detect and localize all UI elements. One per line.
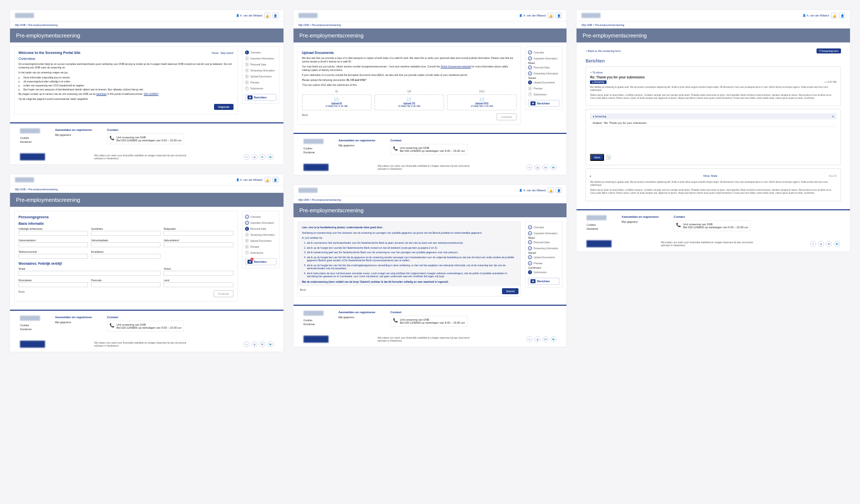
compose-textarea[interactable] xyxy=(590,127,836,152)
wizard-step[interactable]: 7Submission xyxy=(245,85,276,91)
mijn-gegevens-link[interactable]: Mijn gegevens xyxy=(338,316,376,319)
bell-icon[interactable]: 🔔 xyxy=(264,12,270,18)
bell-icon[interactable]: 🔔 xyxy=(548,187,554,193)
instagram-icon[interactable]: ◎ xyxy=(818,241,824,247)
wizard-step[interactable]: Important Information xyxy=(245,220,276,226)
wizard-step[interactable]: 7Submission xyxy=(528,91,560,97)
wizard-step[interactable]: 5Upload Documents xyxy=(245,238,276,244)
text-input[interactable] xyxy=(164,242,233,247)
text-input[interactable] xyxy=(18,271,160,276)
wizard-step[interactable]: 6Preview xyxy=(245,79,276,85)
rss-icon[interactable]: ∿ xyxy=(526,336,532,342)
breadcrumb[interactable]: Mijn DNB > Pre-employmentscreening xyxy=(294,196,567,203)
text-input[interactable] xyxy=(164,231,233,236)
text-input[interactable] xyxy=(91,242,160,247)
mijn-gegevens-link[interactable]: Mijn gegevens xyxy=(338,144,376,147)
footer-link[interactable]: Cookies xyxy=(304,147,324,150)
footer-link[interactable]: Disclaimer xyxy=(304,323,324,326)
text-input[interactable] xyxy=(18,231,88,236)
rss-icon[interactable]: ∿ xyxy=(244,154,250,160)
wizard-step[interactable]: 2Important Information xyxy=(245,55,276,61)
wizard-step[interactable]: Preview xyxy=(528,260,560,266)
phone-link[interactable]: 020-1234567 xyxy=(144,92,158,95)
wizard-step[interactable]: 6Preview xyxy=(528,85,560,91)
back-to-form-link[interactable]: Back to the screening form xyxy=(586,46,620,55)
text-input[interactable] xyxy=(18,282,88,287)
wizard-step[interactable]: 1Overview xyxy=(245,49,276,55)
text-input[interactable] xyxy=(164,282,233,287)
wizard-step[interactable]: Overview xyxy=(528,224,560,230)
wizard-step[interactable]: 4Screening Information xyxy=(245,232,276,238)
wizard-step[interactable]: 3Personal Data xyxy=(245,226,276,232)
wizard-step[interactable]: Screening Information xyxy=(528,245,560,251)
rss-icon[interactable]: ∿ xyxy=(526,164,532,170)
berichten-button[interactable]: ✉Berichten xyxy=(528,278,560,285)
instagram-icon[interactable]: ◎ xyxy=(534,164,540,170)
wizard-step[interactable]: Overview xyxy=(528,49,560,55)
user-icon[interactable]: 👤 xyxy=(556,187,562,193)
gov-website-link[interactable]: Dutch Government website xyxy=(440,65,470,68)
text-input[interactable] xyxy=(18,242,88,247)
wizard-step[interactable]: 5Upload Documents xyxy=(528,79,560,85)
skip-wizard-link[interactable]: Home · Skip wizard xyxy=(212,51,234,54)
wizard-step[interactable]: 7Submission xyxy=(528,269,560,275)
footer-link[interactable]: Disclaimer xyxy=(586,227,606,230)
mijn-gegevens-link[interactable]: Mijn gegevens xyxy=(55,133,92,136)
submit-button[interactable]: Submit xyxy=(502,288,518,294)
back-link[interactable]: Back xyxy=(300,288,306,294)
twitter-icon[interactable]: 🐦 xyxy=(834,241,840,247)
twitter-icon[interactable]: 🐦 xyxy=(550,164,556,170)
upload-dropzone[interactable]: 📄Upload VOGof sleep hier in dit vlak xyxy=(447,94,516,110)
user-icon[interactable]: 👤 xyxy=(556,12,562,18)
berichten-button[interactable]: ✉Berichten xyxy=(528,100,560,107)
rss-icon[interactable]: ∿ xyxy=(244,341,250,347)
attach-icon[interactable]: 📎 xyxy=(606,155,611,160)
wizard-step[interactable]: Personal Data xyxy=(528,64,560,70)
footer-link[interactable]: Cookies xyxy=(20,324,40,327)
upload-dropzone[interactable]: 📄Upload IDof sleep hier in dit vlak xyxy=(302,94,372,110)
linkedin-icon[interactable]: in xyxy=(542,336,548,342)
instagram-icon[interactable]: ◎ xyxy=(534,336,540,342)
user-name[interactable]: A. van der Milaard xyxy=(236,178,262,181)
inbox-link[interactable]: To inbox xyxy=(590,71,602,74)
close-icon[interactable]: ✕ xyxy=(832,115,834,118)
berichten-button[interactable]: ✉Berichten xyxy=(245,94,276,101)
linkedin-icon[interactable]: in xyxy=(260,154,266,160)
wizard-step[interactable]: Upload Documents xyxy=(528,254,560,260)
bell-icon[interactable]: 🔔 xyxy=(831,12,837,18)
footer-link[interactable]: Disclaimer xyxy=(304,151,324,154)
berichten-button[interactable]: ✉Berichten xyxy=(245,258,276,265)
screening-form-button[interactable]: Screening form xyxy=(816,48,841,53)
user-icon[interactable]: 👤 xyxy=(272,12,278,18)
wizard-step[interactable]: Personal Data xyxy=(528,239,560,245)
text-input[interactable] xyxy=(18,254,88,259)
footer-link[interactable]: Disclaimer xyxy=(20,140,40,143)
twitter-icon[interactable]: 🐦 xyxy=(268,154,274,160)
wizard-step[interactable]: 3Personal Data xyxy=(245,61,276,67)
rss-icon[interactable]: ∿ xyxy=(810,241,816,247)
bell-icon[interactable]: 🔔 xyxy=(548,12,554,18)
footer-link[interactable]: Cookies xyxy=(586,223,606,226)
wizard-step[interactable]: 4Screening Information xyxy=(245,67,276,73)
linkedin-icon[interactable]: in xyxy=(826,241,832,247)
user-name[interactable]: A. van der Milaard xyxy=(519,189,546,192)
back-link[interactable]: Back xyxy=(18,290,24,297)
wizard-step[interactable]: 7Submission xyxy=(245,250,276,256)
wizard-step[interactable]: Important Information xyxy=(528,230,560,236)
text-input[interactable] xyxy=(91,231,160,236)
breadcrumb[interactable]: Mijn DNB > Pre-employmentscreening xyxy=(576,21,850,28)
wizard-step[interactable]: Overview xyxy=(245,214,276,220)
breadcrumb[interactable]: Mijn DNB > Pre-employmentscreening xyxy=(10,21,284,28)
instagram-icon[interactable]: ◎ xyxy=(252,154,258,160)
compose-subject[interactable]: Subject : Re: Thank you for your submiss… xyxy=(590,119,836,127)
twitter-icon[interactable]: 🐦 xyxy=(550,336,556,342)
user-name[interactable]: A. van der Milaard xyxy=(802,14,829,17)
bell-icon[interactable]: 🔔 xyxy=(264,177,270,183)
footer-link[interactable]: Cookies xyxy=(304,319,324,322)
text-input[interactable] xyxy=(164,271,233,276)
next-button[interactable]: Volgende xyxy=(214,104,234,110)
footer-link[interactable]: Disclaimer xyxy=(20,328,40,331)
breadcrumb[interactable]: Mijn DNB > Pre-employmentscreening xyxy=(10,186,284,193)
upload-dropzone[interactable]: 📄Upload CRof sleep hier in dit vlak xyxy=(374,94,444,110)
user-name[interactable]: A. van der Milaard xyxy=(519,14,546,17)
